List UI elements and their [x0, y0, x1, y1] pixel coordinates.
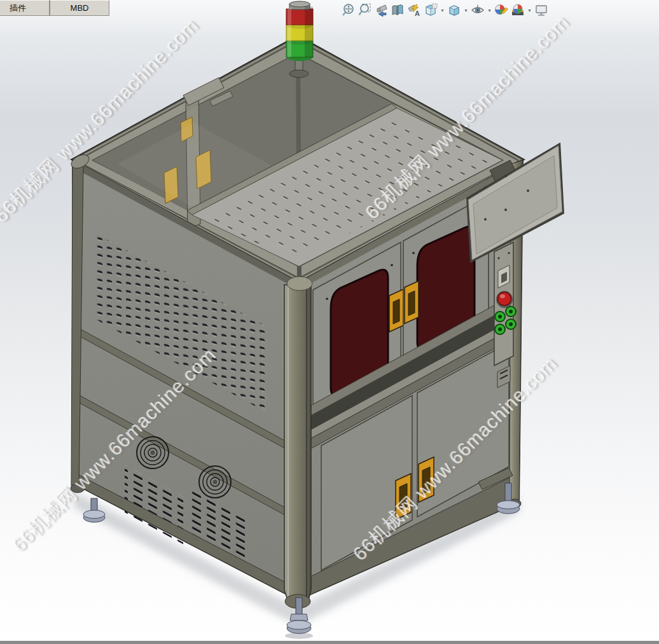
svg-text:A: A [415, 10, 420, 17]
door-handle[interactable] [405, 281, 419, 324]
display-style-button[interactable] [446, 1, 462, 19]
view-settings-icon [534, 3, 548, 17]
door-handle[interactable] [419, 457, 434, 502]
edit-appearance-button[interactable] [493, 1, 510, 19]
view-orientation-icon [424, 3, 438, 17]
dynamic-annotation-views-button[interactable]: A [406, 1, 422, 19]
zoom-to-area-button[interactable] [356, 1, 373, 19]
door-handle[interactable] [396, 474, 411, 519]
display-style-icon [447, 3, 461, 17]
section-view-button[interactable] [389, 1, 406, 19]
dropdown-arrow-icon[interactable]: ▾ [486, 1, 493, 19]
section-view-icon [391, 3, 405, 17]
zoom-to-area-icon [357, 3, 371, 17]
dropdown-arrow-icon[interactable]: ▾ [462, 1, 469, 19]
cad-model-machine[interactable] [0, 0, 659, 644]
dropdown-arrow-icon[interactable]: ▾ [526, 1, 533, 19]
door-handle[interactable] [389, 289, 403, 332]
heads-up-view-toolbar: A ▾ ▾ ▾ [340, 1, 550, 19]
zoom-to-fit-button[interactable] [340, 1, 356, 19]
view-orientation-button[interactable] [422, 1, 439, 19]
zoom-to-fit-icon [341, 3, 355, 17]
graphics-area[interactable]: 66机械网 www.66machine.com 66机械网 www.66mach… [0, 0, 659, 644]
apply-scene-button[interactable] [510, 1, 526, 19]
edit-appearance-icon [494, 3, 508, 17]
emergency-stop-button[interactable] [496, 291, 513, 308]
dynamic-annotation-views-icon: A [407, 3, 421, 17]
tab-mbd[interactable]: MBD [50, 0, 109, 16]
dropdown-arrow-icon[interactable]: ▾ [439, 1, 446, 19]
previous-view-icon [374, 3, 388, 17]
hide-show-items-icon [471, 3, 485, 17]
apply-scene-icon [511, 3, 525, 17]
tab-addins[interactable]: 插件 [0, 0, 50, 16]
previous-view-button[interactable] [373, 1, 389, 19]
status-bar-edge [0, 641, 659, 644]
hide-show-items-button[interactable] [469, 1, 486, 19]
view-settings-button[interactable] [533, 1, 550, 19]
